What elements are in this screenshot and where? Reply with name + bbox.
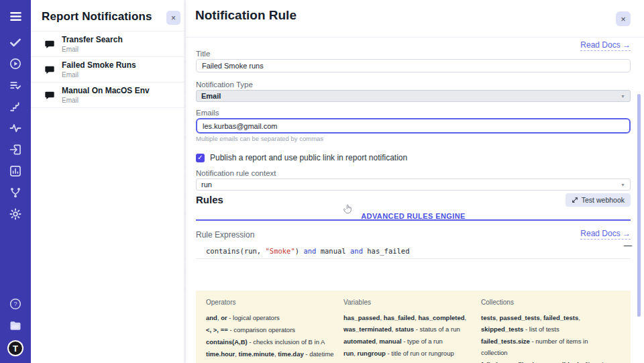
branch-icon[interactable] xyxy=(9,186,22,199)
notification-item-subtitle: Email xyxy=(62,96,150,105)
list-check-icon[interactable] xyxy=(9,79,22,92)
dialog-close-button[interactable]: × xyxy=(616,11,631,26)
menu-icon[interactable] xyxy=(9,9,23,23)
help-entry: failed_tests.size - number of items in c… xyxy=(481,335,613,358)
check-icon: ✓ xyxy=(197,154,203,161)
folder-icon[interactable] xyxy=(9,319,22,332)
notification-item-title: Failed Smoke Runs xyxy=(62,60,136,70)
sign-in-icon[interactable] xyxy=(9,143,22,156)
notification-rule-panel: Notification Rule × Read Docs → Title No… xyxy=(186,0,644,363)
webhook-arrows-icon xyxy=(572,197,578,203)
help-col-variables: Variables has_passed, has_failed, has_co… xyxy=(343,299,481,363)
help-entry: and, or - logical operators xyxy=(206,312,334,323)
rule-expression-row: Rule Expression Read Docs → xyxy=(196,230,631,240)
code-line[interactable]: contains(run, "Smoke") and manual and ha… xyxy=(196,245,631,259)
read-docs-link[interactable]: Read Docs → xyxy=(580,40,631,51)
collections-heading: Collections xyxy=(481,299,613,306)
notification-item-text: Failed Smoke RunsEmail xyxy=(62,60,136,79)
help-entry: failed_tests.filter(test, condition) - f… xyxy=(481,359,613,363)
code-token: and xyxy=(303,247,316,255)
rule-expression-label: Rule Expression xyxy=(196,230,254,240)
activity-icon[interactable] xyxy=(9,121,22,135)
chevron-down-icon: ▼ xyxy=(621,183,625,187)
steps-icon[interactable] xyxy=(9,100,22,113)
help-entry: has_passed, has_failed, has_completed, w… xyxy=(343,312,472,335)
help-icon[interactable]: ? xyxy=(9,297,22,311)
page-title: Notification Rule xyxy=(195,8,297,23)
notification-item-subtitle: Email xyxy=(62,70,136,79)
close-icon: × xyxy=(171,14,176,22)
type-field-label: Notification Type xyxy=(196,81,631,89)
notification-list-item[interactable]: Manual On MacOS EnvEmail xyxy=(31,83,184,108)
emails-input[interactable] xyxy=(196,118,631,134)
expression-read-docs-link[interactable]: Read Docs → xyxy=(580,229,631,240)
help-entry: started_at, finished_at - time of start … xyxy=(343,360,472,363)
help-entry: run, rungroup - title of run or rungroup xyxy=(343,348,472,359)
gear-icon[interactable] xyxy=(9,207,22,221)
notification-list-item[interactable]: Transfer SearchEmail xyxy=(31,32,184,57)
panel-close-button[interactable]: × xyxy=(166,11,180,25)
app-logo[interactable]: T xyxy=(7,340,23,356)
sidebar-icons-bottom: ? xyxy=(9,297,22,340)
app-logo-letter: T xyxy=(9,342,22,355)
help-entry: contains(A,B) - checks inclusion of B in… xyxy=(206,336,334,348)
help-entry: automated, manual - type of a run xyxy=(343,335,472,347)
help-entry: <, >, == - comparison operators xyxy=(206,324,334,335)
notification-rule-content: Read Docs → Title Notification Type Emai… xyxy=(186,37,644,363)
rule-expression-editor[interactable]: contains(run, "Smoke") and manual and ha… xyxy=(196,245,631,287)
help-col-collections: Collections tests, passed_tests, failed_… xyxy=(481,299,623,363)
help-col-operators: Operators and, or - logical operators<, … xyxy=(206,299,343,363)
code-token: and xyxy=(350,247,363,255)
publish-checkbox-label: Publish a report and use public link in … xyxy=(210,153,407,162)
editor-fold-icon[interactable]: — xyxy=(624,241,632,250)
context-field-label: Notification rule context xyxy=(196,169,631,177)
notification-list-item[interactable]: Failed Smoke RunsEmail xyxy=(31,57,184,83)
code-token: manual xyxy=(316,247,350,255)
read-docs-row: Read Docs → xyxy=(196,38,631,48)
bar-chart-icon[interactable] xyxy=(9,164,22,178)
notification-rule-header: Notification Rule × xyxy=(186,0,644,38)
chat-bubble-icon xyxy=(44,64,55,75)
chat-bubble-icon xyxy=(44,39,55,50)
tab-advanced-rules-engine[interactable]: ADVANCED RULES ENGINE xyxy=(361,212,466,220)
notification-item-text: Transfer SearchEmail xyxy=(62,35,123,54)
notification-item-text: Manual On MacOS EnvEmail xyxy=(62,86,150,105)
code-token: has_failed xyxy=(363,247,410,255)
help-entry: time.hour, time.minute, time.day - datet… xyxy=(206,348,334,363)
context-value: run xyxy=(201,180,212,189)
close-icon: × xyxy=(621,15,626,23)
help-entry: tests, passed_tests, failed_tests, skipp… xyxy=(481,312,613,335)
title-field-label: Title xyxy=(196,50,631,58)
notification-list: Transfer SearchEmailFailed Smoke RunsEma… xyxy=(31,31,184,108)
report-notifications-header: Report Notifications × xyxy=(31,0,184,31)
publish-checkbox[interactable]: ✓ xyxy=(196,154,205,162)
sidebar-icons-top xyxy=(9,9,23,229)
code-token: "Smoke" xyxy=(266,247,295,255)
notification-type-select[interactable]: Email ▼ xyxy=(196,90,631,102)
context-select[interactable]: run ▼ xyxy=(196,178,631,191)
vertical-scrollbar[interactable] xyxy=(637,94,641,317)
chevron-down-icon: ▼ xyxy=(621,94,625,99)
code-token: contains(run, xyxy=(206,247,266,255)
notification-item-title: Manual On MacOS Env xyxy=(62,86,150,96)
rules-heading: Rules xyxy=(196,194,223,205)
test-webhook-button[interactable]: Test webhook xyxy=(566,193,631,207)
check-icon[interactable] xyxy=(9,36,22,49)
test-webhook-label: Test webhook xyxy=(582,196,625,204)
rules-row: Rules Test webhook xyxy=(196,193,631,206)
notification-item-subtitle: Email xyxy=(62,45,123,54)
report-notifications-panel: Report Notifications × Transfer SearchEm… xyxy=(31,0,184,363)
panel-title: Report Notifications xyxy=(42,10,164,23)
svg-text:?: ? xyxy=(13,301,17,307)
operators-heading: Operators xyxy=(206,299,334,306)
code-token: ) xyxy=(295,247,304,255)
rules-tabs: ADVANCED RULES ENGINE xyxy=(196,209,631,217)
notification-item-title: Transfer Search xyxy=(62,35,123,45)
expression-help-box: Operators and, or - logical operators<, … xyxy=(196,291,631,363)
title-input[interactable] xyxy=(196,59,631,72)
play-circle-icon[interactable] xyxy=(9,57,22,70)
emails-field-label: Emails xyxy=(196,109,631,117)
emails-helper-text: Multiple emails can be separated by comm… xyxy=(196,135,631,142)
publish-checkbox-row: ✓ Publish a report and use public link i… xyxy=(196,153,631,162)
chat-bubble-icon xyxy=(44,90,55,101)
